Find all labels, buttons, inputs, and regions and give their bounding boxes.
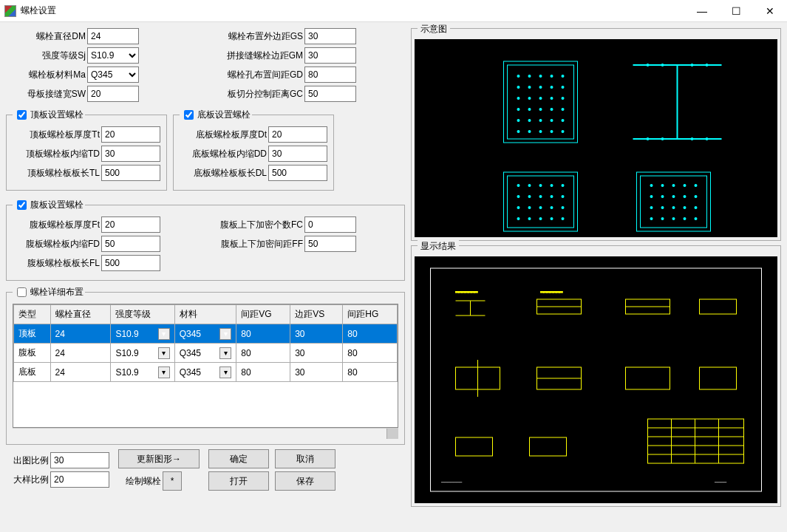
svg-point-5 <box>539 75 542 78</box>
dm-input[interactable] <box>87 28 139 44</box>
fl-label: 腹板螺栓板板长FL <box>13 257 101 270</box>
svg-point-29 <box>528 130 531 133</box>
chevron-down-icon[interactable]: ▾ <box>219 328 231 340</box>
svg-point-37 <box>661 64 664 66</box>
svg-point-11 <box>551 86 553 89</box>
top-plate-checkbox[interactable] <box>17 110 27 120</box>
gd-input[interactable] <box>304 66 356 83</box>
svg-point-87 <box>695 217 698 220</box>
draw-bolt-button[interactable]: * <box>163 471 182 491</box>
bottom-plate-checkbox[interactable] <box>184 110 194 120</box>
svg-point-39 <box>706 64 709 66</box>
svg-point-19 <box>528 108 531 111</box>
window-titlebar: 螺栓设置 — ☐ ✕ <box>0 0 787 22</box>
svg-point-16 <box>551 97 553 100</box>
fl-input[interactable] <box>101 255 160 271</box>
dt-input[interactable] <box>268 126 327 143</box>
svg-point-25 <box>539 119 542 122</box>
svg-point-69 <box>661 184 664 187</box>
ft-label: 腹板螺栓板厚度Ft <box>13 219 101 231</box>
svg-point-26 <box>551 119 553 122</box>
chevron-down-icon[interactable]: ▾ <box>158 366 170 378</box>
open-button[interactable]: 打开 <box>208 471 269 491</box>
svg-point-84 <box>661 217 664 220</box>
svg-point-72 <box>695 184 698 187</box>
gm-input[interactable] <box>304 47 356 64</box>
svg-text:━━━━: ━━━━ <box>714 480 727 485</box>
result-preview: ═══════ ═══════ <box>415 256 777 503</box>
svg-point-70 <box>672 184 675 187</box>
col-grade[interactable]: 强度等级 <box>111 305 174 324</box>
svg-point-3 <box>517 75 520 78</box>
update-graphic-button[interactable]: 更新图形→ <box>118 449 200 468</box>
app-icon <box>4 5 16 17</box>
col-hg[interactable]: 间距HG <box>343 305 398 324</box>
ok-button[interactable]: 确定 <box>208 449 269 468</box>
save-button[interactable]: 保存 <box>275 471 335 491</box>
bottom-plate-legend: 底板设置螺栓 <box>197 109 251 120</box>
dl-input[interactable] <box>268 165 327 181</box>
svg-text:═══════: ═══════ <box>540 290 564 294</box>
chevron-down-icon[interactable]: ▾ <box>158 347 170 359</box>
tl-label: 顶板螺栓板板长TL <box>13 167 101 180</box>
top-plate-legend: 顶板设置螺栓 <box>30 109 84 120</box>
close-button[interactable]: ✕ <box>753 0 787 22</box>
svg-point-28 <box>517 130 520 133</box>
col-vg[interactable]: 间距VG <box>236 305 290 324</box>
schematic-group: 示意图 <box>411 28 781 241</box>
chevron-down-icon[interactable]: ▾ <box>219 366 231 378</box>
out-scale-input[interactable] <box>50 452 109 468</box>
svg-point-53 <box>539 195 542 198</box>
svg-point-56 <box>517 206 520 209</box>
minimize-button[interactable]: — <box>685 0 719 22</box>
col-type[interactable]: 类型 <box>14 305 51 324</box>
svg-point-23 <box>517 119 520 122</box>
horizontal-scrollbar[interactable] <box>13 428 398 438</box>
col-mat[interactable]: 材料 <box>174 305 236 324</box>
sj-select[interactable]: S10.9 <box>87 47 139 64</box>
td-input[interactable] <box>101 146 160 162</box>
svg-point-71 <box>684 184 687 187</box>
chevron-down-icon[interactable]: ▾ <box>158 328 170 340</box>
fc-input[interactable] <box>304 216 356 233</box>
dd-input[interactable] <box>268 146 327 162</box>
table-row[interactable]: 腹板24S10.9▾Q345▾803080 <box>14 344 398 363</box>
svg-point-85 <box>672 217 675 220</box>
gs-label: 螺栓布置外边距GS <box>208 30 304 43</box>
big-scale-input[interactable] <box>50 471 109 488</box>
chevron-down-icon[interactable]: ▾ <box>219 347 231 359</box>
col-vs[interactable]: 边距VS <box>290 305 343 324</box>
svg-point-63 <box>539 217 542 220</box>
tt-input[interactable] <box>101 126 160 143</box>
gs-input[interactable] <box>304 28 356 44</box>
detail-grid[interactable]: 类型 螺栓直径 强度等级 材料 间距VG 边距VS 间距HG 顶板24S10.9… <box>13 304 398 428</box>
svg-point-49 <box>551 184 553 187</box>
tt-label: 顶板螺栓板厚度Tt <box>13 129 101 141</box>
table-row[interactable]: 顶板24S10.9▾Q345▾803080 <box>14 324 398 344</box>
maximize-button[interactable]: ☐ <box>719 0 753 22</box>
svg-point-9 <box>528 86 531 89</box>
web-plate-checkbox[interactable] <box>17 200 27 210</box>
bottom-plate-group: 底板设置螺栓 底板螺栓板厚度Dt 底板螺栓板内缩DD 底板螺栓板板长DL <box>173 108 334 191</box>
svg-point-40 <box>647 137 650 140</box>
sw-input[interactable] <box>87 86 139 102</box>
ft-input[interactable] <box>101 216 160 233</box>
detail-checkbox[interactable] <box>17 287 27 297</box>
svg-point-51 <box>517 195 520 198</box>
svg-point-80 <box>672 206 675 209</box>
ma-select[interactable]: Q345 <box>87 66 139 83</box>
gc-input[interactable] <box>304 86 356 102</box>
svg-point-68 <box>650 184 653 187</box>
ff-input[interactable] <box>304 236 356 252</box>
col-dia[interactable]: 螺栓直径 <box>50 305 111 324</box>
svg-point-13 <box>517 97 520 100</box>
tl-input[interactable] <box>101 165 160 181</box>
svg-point-74 <box>661 195 664 198</box>
window-title: 螺栓设置 <box>21 4 685 17</box>
fd-input[interactable] <box>101 236 160 252</box>
fc-label: 腹板上下加密个数FC <box>208 219 304 231</box>
cancel-button[interactable]: 取消 <box>275 449 335 468</box>
svg-point-64 <box>551 217 553 220</box>
table-row[interactable]: 底板24S10.9▾Q345▾803080 <box>14 363 398 382</box>
detail-legend: 螺栓详细布置 <box>30 287 84 297</box>
